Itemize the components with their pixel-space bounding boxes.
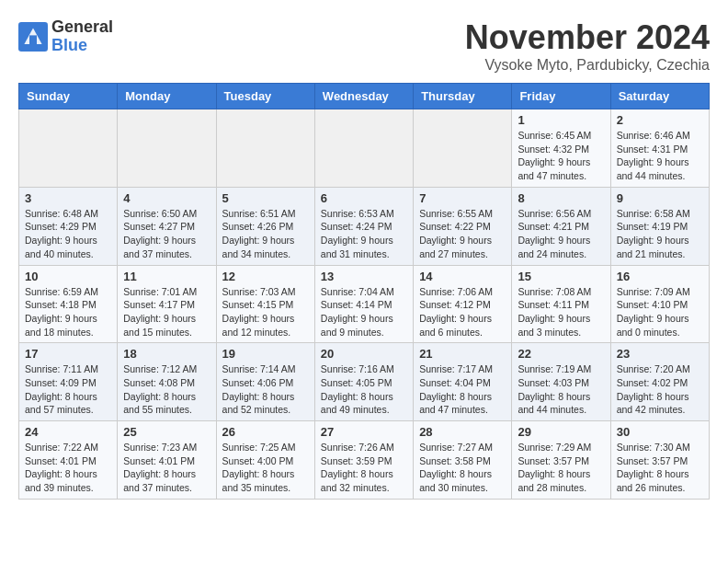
logo-line2: Blue [51,37,113,55]
day-info: Sunrise: 7:27 AM Sunset: 3:58 PM Dayligh… [419,441,506,495]
day-number: 2 [617,113,703,127]
day-info: Sunrise: 6:59 AM Sunset: 4:18 PM Dayligh… [25,285,111,339]
calendar-header-saturday: Saturday [610,84,709,109]
day-number: 17 [25,347,111,361]
calendar-day-cell: 9Sunrise: 6:58 AM Sunset: 4:19 PM Daylig… [610,187,709,265]
calendar-header-monday: Monday [118,84,216,109]
day-info: Sunrise: 7:19 AM Sunset: 4:03 PM Dayligh… [518,362,604,417]
calendar-day-cell: 18Sunrise: 7:12 AM Sunset: 4:08 PM Dayli… [118,343,216,421]
svg-rect-2 [29,35,37,44]
day-info: Sunrise: 6:51 AM Sunset: 4:26 PM Dayligh… [222,207,309,261]
day-info: Sunrise: 7:08 AM Sunset: 4:11 PM Dayligh… [518,285,604,339]
calendar-day-cell: 24Sunrise: 7:22 AM Sunset: 4:01 PM Dayli… [19,421,118,500]
day-number: 23 [617,347,703,361]
day-number: 27 [321,425,407,439]
calendar-day-cell: 13Sunrise: 7:04 AM Sunset: 4:14 PM Dayli… [314,265,413,343]
day-info: Sunrise: 6:58 AM Sunset: 4:19 PM Dayligh… [617,207,703,261]
day-number: 29 [518,425,604,439]
day-number: 7 [419,191,506,205]
calendar-day-cell: 11Sunrise: 7:01 AM Sunset: 4:17 PM Dayli… [118,265,216,343]
day-number: 1 [518,113,604,127]
day-number: 20 [321,347,407,361]
day-info: Sunrise: 7:20 AM Sunset: 4:02 PM Dayligh… [617,362,703,417]
logo: General Blue [18,18,113,55]
day-info: Sunrise: 7:04 AM Sunset: 4:14 PM Dayligh… [321,285,407,339]
page-header: General Blue November 2024 Vysoke Myto, … [18,18,710,74]
calendar-header-row: SundayMondayTuesdayWednesdayThursdayFrid… [19,84,710,109]
day-number: 6 [321,191,407,205]
calendar-day-cell: 3Sunrise: 6:48 AM Sunset: 4:29 PM Daylig… [19,187,118,265]
day-info: Sunrise: 7:29 AM Sunset: 3:57 PM Dayligh… [518,441,604,495]
calendar-day-cell: 17Sunrise: 7:11 AM Sunset: 4:09 PM Dayli… [19,343,118,421]
calendar-day-cell: 10Sunrise: 6:59 AM Sunset: 4:18 PM Dayli… [19,265,118,343]
day-info: Sunrise: 7:22 AM Sunset: 4:01 PM Dayligh… [25,441,111,495]
day-number: 15 [518,270,604,283]
calendar-header-sunday: Sunday [19,84,118,109]
day-number: 14 [419,270,506,283]
day-number: 21 [419,347,506,361]
calendar-day-cell: 4Sunrise: 6:50 AM Sunset: 4:27 PM Daylig… [118,187,216,265]
day-info: Sunrise: 6:53 AM Sunset: 4:24 PM Dayligh… [321,207,407,261]
calendar-day-cell [118,109,216,188]
day-info: Sunrise: 7:11 AM Sunset: 4:09 PM Dayligh… [25,362,111,417]
calendar-day-cell: 16Sunrise: 7:09 AM Sunset: 4:10 PM Dayli… [610,265,709,343]
day-number: 25 [123,425,210,439]
calendar-day-cell: 27Sunrise: 7:26 AM Sunset: 3:59 PM Dayli… [314,421,413,500]
calendar-week-row: 1Sunrise: 6:45 AM Sunset: 4:32 PM Daylig… [19,109,710,188]
day-number: 22 [518,347,604,361]
day-info: Sunrise: 7:30 AM Sunset: 3:57 PM Dayligh… [617,441,703,495]
day-number: 12 [222,270,309,283]
day-info: Sunrise: 6:55 AM Sunset: 4:22 PM Dayligh… [419,207,506,261]
day-number: 28 [419,425,506,439]
day-info: Sunrise: 6:48 AM Sunset: 4:29 PM Dayligh… [25,207,111,261]
calendar-day-cell [314,109,413,188]
calendar-day-cell: 1Sunrise: 6:45 AM Sunset: 4:32 PM Daylig… [512,109,610,188]
day-number: 3 [25,191,111,205]
day-info: Sunrise: 7:01 AM Sunset: 4:17 PM Dayligh… [123,285,210,339]
calendar-day-cell: 30Sunrise: 7:30 AM Sunset: 3:57 PM Dayli… [610,421,709,500]
calendar-header-friday: Friday [512,84,610,109]
day-info: Sunrise: 7:17 AM Sunset: 4:04 PM Dayligh… [419,362,506,417]
logo-text: General Blue [51,18,113,55]
day-number: 4 [123,191,210,205]
day-info: Sunrise: 6:56 AM Sunset: 4:21 PM Dayligh… [518,207,604,261]
day-number: 24 [25,425,111,439]
calendar-day-cell: 28Sunrise: 7:27 AM Sunset: 3:58 PM Dayli… [414,421,512,500]
day-info: Sunrise: 7:03 AM Sunset: 4:15 PM Dayligh… [222,285,309,339]
calendar-day-cell: 8Sunrise: 6:56 AM Sunset: 4:21 PM Daylig… [512,187,610,265]
calendar-day-cell: 26Sunrise: 7:25 AM Sunset: 4:00 PM Dayli… [216,421,314,500]
day-number: 30 [617,425,703,439]
calendar-day-cell: 2Sunrise: 6:46 AM Sunset: 4:31 PM Daylig… [610,109,709,188]
calendar-day-cell: 20Sunrise: 7:16 AM Sunset: 4:05 PM Dayli… [314,343,413,421]
day-number: 16 [617,270,703,283]
calendar-day-cell [414,109,512,188]
day-info: Sunrise: 7:09 AM Sunset: 4:10 PM Dayligh… [617,285,703,339]
calendar-day-cell: 12Sunrise: 7:03 AM Sunset: 4:15 PM Dayli… [216,265,314,343]
day-number: 19 [222,347,309,361]
day-number: 10 [25,270,111,283]
logo-line1: General [51,18,113,37]
day-info: Sunrise: 6:45 AM Sunset: 4:32 PM Dayligh… [518,129,604,183]
calendar-week-row: 17Sunrise: 7:11 AM Sunset: 4:09 PM Dayli… [19,343,710,421]
calendar-day-cell: 22Sunrise: 7:19 AM Sunset: 4:03 PM Dayli… [512,343,610,421]
day-info: Sunrise: 7:25 AM Sunset: 4:00 PM Dayligh… [222,441,309,495]
calendar-day-cell: 19Sunrise: 7:14 AM Sunset: 4:06 PM Dayli… [216,343,314,421]
title-block: November 2024 Vysoke Myto, Pardubicky, C… [465,18,710,74]
day-number: 8 [518,191,604,205]
location-subtitle: Vysoke Myto, Pardubicky, Czechia [465,57,710,74]
calendar-day-cell: 5Sunrise: 6:51 AM Sunset: 4:26 PM Daylig… [216,187,314,265]
day-number: 26 [222,425,309,439]
day-info: Sunrise: 7:23 AM Sunset: 4:01 PM Dayligh… [123,441,210,495]
calendar-header-wednesday: Wednesday [314,84,413,109]
calendar-body: 1Sunrise: 6:45 AM Sunset: 4:32 PM Daylig… [19,109,710,500]
calendar-day-cell: 21Sunrise: 7:17 AM Sunset: 4:04 PM Dayli… [414,343,512,421]
calendar-header-tuesday: Tuesday [216,84,314,109]
logo-icon [18,22,48,52]
calendar-day-cell: 15Sunrise: 7:08 AM Sunset: 4:11 PM Dayli… [512,265,610,343]
calendar-day-cell: 7Sunrise: 6:55 AM Sunset: 4:22 PM Daylig… [414,187,512,265]
day-info: Sunrise: 7:12 AM Sunset: 4:08 PM Dayligh… [123,362,210,417]
day-info: Sunrise: 7:16 AM Sunset: 4:05 PM Dayligh… [321,362,407,417]
calendar-day-cell: 23Sunrise: 7:20 AM Sunset: 4:02 PM Dayli… [610,343,709,421]
day-info: Sunrise: 7:26 AM Sunset: 3:59 PM Dayligh… [321,441,407,495]
day-info: Sunrise: 7:06 AM Sunset: 4:12 PM Dayligh… [419,285,506,339]
